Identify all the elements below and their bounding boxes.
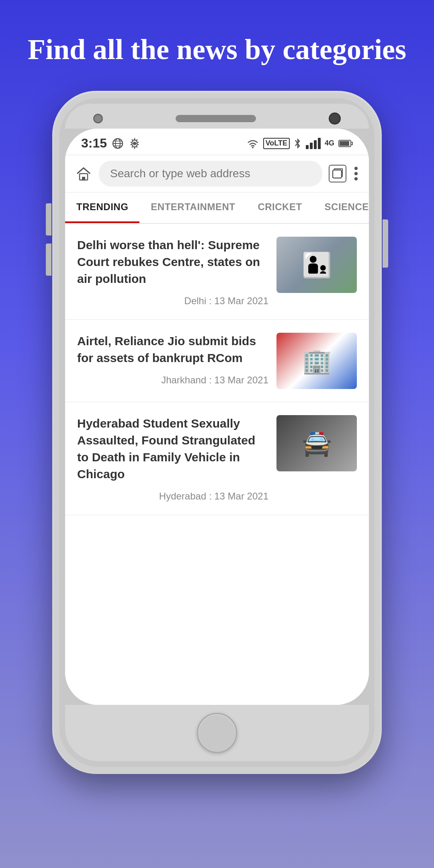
- news-headline: Delhi worse than hell': Supreme Court re…: [77, 237, 268, 287]
- news-text: Airtel, Reliance Jio submit bids for ass…: [77, 333, 268, 386]
- more-options-icon[interactable]: [353, 165, 359, 182]
- news-meta: Hyderabad : 13 Mar 2021: [77, 491, 268, 502]
- home-button[interactable]: [197, 713, 237, 753]
- phone-top-bar: [65, 104, 369, 129]
- volte-icon: VoLTE: [263, 138, 290, 149]
- bluetooth-icon: [294, 137, 302, 150]
- front-camera: [329, 113, 341, 125]
- status-bar: 3:15: [65, 129, 369, 155]
- screen-content: 3:15: [65, 129, 369, 705]
- dot2: [354, 172, 358, 175]
- phone-bottom: [65, 705, 369, 761]
- phone-frame: 3:15: [52, 91, 382, 774]
- search-input[interactable]: [99, 161, 322, 186]
- news-item[interactable]: Delhi worse than hell': Supreme Court re…: [65, 224, 369, 320]
- news-image: [276, 237, 357, 293]
- volume-up-button[interactable]: [46, 203, 51, 235]
- status-left: 3:15: [81, 136, 141, 151]
- tab-trending[interactable]: TRENDING: [65, 192, 139, 223]
- home-icon[interactable]: [75, 165, 92, 182]
- news-item[interactable]: Airtel, Reliance Jio submit bids for ass…: [65, 320, 369, 402]
- url-bar: [65, 155, 369, 192]
- tab-switcher-icon[interactable]: [329, 165, 346, 182]
- wifi-icon: [246, 139, 259, 148]
- svg-rect-11: [333, 170, 342, 178]
- battery-icon: [338, 139, 353, 148]
- gear-icon: [129, 137, 141, 149]
- news-text: Delhi worse than hell': Supreme Court re…: [77, 237, 268, 307]
- tab-science[interactable]: SCIENCE: [313, 192, 369, 223]
- svg-rect-10: [82, 177, 85, 180]
- tab-entertainment[interactable]: ENTERTAINMENT: [139, 192, 246, 223]
- news-item[interactable]: Hyderabad Student Sexually Assaulted, Fo…: [65, 402, 369, 515]
- status-right: VoLTE 4G: [246, 137, 353, 150]
- news-headline: Airtel, Reliance Jio submit bids for ass…: [77, 333, 268, 366]
- phone-inner: 3:15: [59, 98, 375, 767]
- news-image: [276, 333, 357, 389]
- 4g-icon: 4G: [325, 139, 334, 147]
- volume-down-button[interactable]: [46, 244, 51, 276]
- dot3: [354, 177, 358, 180]
- status-time: 3:15: [81, 136, 107, 151]
- svg-rect-8: [340, 141, 349, 146]
- nav-tabs: TRENDING ENTERTAINMENT CRICKET SCIENCE B…: [65, 192, 369, 224]
- signal-bars-icon: [306, 138, 321, 149]
- news-image: [276, 415, 357, 471]
- tab-cricket[interactable]: CRICKET: [246, 192, 313, 223]
- world-icon: [112, 137, 124, 149]
- news-list: Delhi worse than hell': Supreme Court re…: [65, 224, 369, 705]
- phone-screen: 3:15: [65, 129, 369, 705]
- news-text: Hyderabad Student Sexually Assaulted, Fo…: [77, 415, 268, 502]
- svg-point-5: [133, 142, 136, 145]
- power-button[interactable]: [383, 219, 388, 268]
- svg-point-6: [252, 147, 254, 148]
- speaker-notch: [176, 115, 256, 122]
- hero-title: Find all the news by categories: [4, 32, 430, 67]
- dot1: [354, 167, 358, 170]
- news-meta: Delhi : 13 Mar 2021: [77, 295, 268, 307]
- news-meta: Jharkhand : 13 Mar 2021: [77, 375, 268, 386]
- side-camera: [93, 114, 103, 123]
- news-headline: Hyderabad Student Sexually Assaulted, Fo…: [77, 415, 268, 483]
